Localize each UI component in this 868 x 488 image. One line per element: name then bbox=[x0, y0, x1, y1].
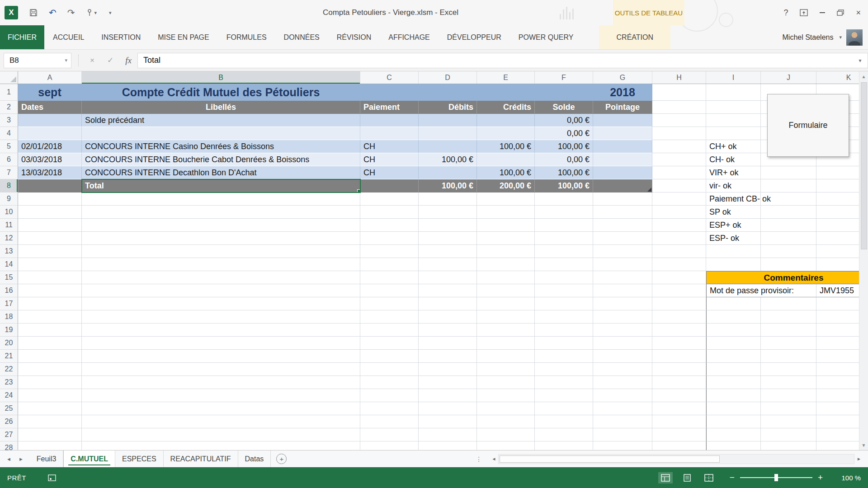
cell-G2[interactable]: Pointage bbox=[593, 101, 652, 114]
cell-G24[interactable] bbox=[593, 389, 652, 402]
cell-J17[interactable] bbox=[761, 297, 816, 310]
formula-input[interactable]: Total bbox=[137, 53, 853, 68]
cell-D7[interactable] bbox=[419, 166, 477, 179]
cell-A3[interactable] bbox=[18, 114, 82, 127]
macro-record-icon[interactable] bbox=[48, 474, 56, 481]
cell-G4[interactable] bbox=[593, 127, 652, 140]
zoom-level[interactable]: 100 % bbox=[838, 474, 861, 482]
cell-E8[interactable]: 200,00 € bbox=[477, 179, 535, 192]
cell-A12[interactable] bbox=[18, 232, 82, 245]
cell-F24[interactable] bbox=[535, 389, 593, 402]
expand-formula-bar-icon[interactable]: ▾ bbox=[853, 53, 868, 68]
cell-I11[interactable]: ESP+ ok bbox=[706, 219, 761, 232]
cell-F28[interactable] bbox=[535, 441, 593, 450]
row-header-9[interactable]: 9 bbox=[0, 192, 18, 206]
cell-C26[interactable] bbox=[360, 415, 419, 428]
page-layout-view-icon[interactable] bbox=[680, 472, 694, 483]
cell-F2[interactable]: Solde bbox=[535, 101, 593, 114]
column-header-K[interactable]: K bbox=[816, 71, 859, 84]
cell-G12[interactable] bbox=[593, 232, 652, 245]
cell-E10[interactable] bbox=[477, 206, 535, 219]
cell-G13[interactable] bbox=[593, 245, 652, 258]
cell-E17[interactable] bbox=[477, 297, 535, 310]
cell-B14[interactable] bbox=[82, 258, 360, 271]
row-header-1[interactable]: 1 bbox=[0, 84, 18, 101]
cell-A15[interactable] bbox=[18, 271, 82, 284]
ribbon-tab-affichage[interactable]: AFFICHAGE bbox=[380, 25, 439, 49]
cell-J7[interactable] bbox=[761, 166, 816, 179]
cell-B10[interactable] bbox=[82, 206, 360, 219]
page-break-view-icon[interactable] bbox=[702, 472, 716, 483]
cell-C15[interactable] bbox=[360, 271, 419, 284]
ribbon-tab-accueil[interactable]: ACCUEIL bbox=[44, 25, 93, 49]
cell-J13[interactable] bbox=[761, 245, 816, 258]
cell-D3[interactable] bbox=[419, 114, 477, 127]
cell-G18[interactable] bbox=[593, 310, 652, 324]
cell-C27[interactable] bbox=[360, 428, 419, 441]
insert-function-icon[interactable]: fx bbox=[119, 53, 137, 68]
cell-C23[interactable] bbox=[360, 376, 419, 389]
cell-A26[interactable] bbox=[18, 415, 82, 428]
zoom-slider-thumb[interactable] bbox=[774, 474, 778, 481]
cell-B4[interactable] bbox=[82, 127, 360, 140]
row-header-27[interactable]: 27 bbox=[0, 428, 18, 441]
cell-K8[interactable] bbox=[816, 179, 859, 192]
cell-I3[interactable] bbox=[706, 114, 761, 127]
table-tools-label[interactable]: OUTILS DE TABLEAU bbox=[613, 0, 684, 25]
cell-C5[interactable]: CH bbox=[360, 140, 419, 153]
cell-H12[interactable] bbox=[652, 232, 706, 245]
cell-K24[interactable] bbox=[816, 389, 859, 402]
scroll-up-icon[interactable]: ▲ bbox=[859, 71, 868, 81]
maximize-icon[interactable] bbox=[837, 9, 844, 16]
save-icon[interactable] bbox=[29, 8, 38, 17]
select-all-corner[interactable] bbox=[0, 71, 18, 84]
row-header-3[interactable]: 3 bbox=[0, 114, 18, 127]
cell-J11[interactable] bbox=[761, 219, 816, 232]
row-header-15[interactable]: 15 bbox=[0, 271, 18, 284]
row-header-19[interactable]: 19 bbox=[0, 324, 18, 337]
cell-G19[interactable] bbox=[593, 324, 652, 337]
minimize-icon[interactable] bbox=[820, 12, 825, 13]
cell-G8[interactable] bbox=[593, 179, 652, 192]
cell-A19[interactable] bbox=[18, 324, 82, 337]
cell-A18[interactable] bbox=[18, 310, 82, 324]
cell-F9[interactable] bbox=[535, 192, 593, 206]
cell-C13[interactable] bbox=[360, 245, 419, 258]
cell-D15[interactable] bbox=[419, 271, 477, 284]
new-sheet-icon[interactable]: + bbox=[276, 454, 287, 464]
cell-I4[interactable] bbox=[706, 127, 761, 140]
cell-J8[interactable] bbox=[761, 179, 816, 192]
cell-D9[interactable] bbox=[419, 192, 477, 206]
cell-B26[interactable] bbox=[82, 415, 360, 428]
cell-B11[interactable] bbox=[82, 219, 360, 232]
cell-G17[interactable] bbox=[593, 297, 652, 310]
cell-G20[interactable] bbox=[593, 337, 652, 350]
cell-F12[interactable] bbox=[535, 232, 593, 245]
cell-K14[interactable] bbox=[816, 258, 859, 271]
scroll-down-icon[interactable]: ▼ bbox=[859, 440, 868, 450]
cell-C25[interactable] bbox=[360, 402, 419, 415]
cell-E7[interactable]: 100,00 € bbox=[477, 166, 535, 179]
cell-G25[interactable] bbox=[593, 402, 652, 415]
cell-H2[interactable] bbox=[652, 101, 706, 114]
row-header-8[interactable]: 8 bbox=[0, 179, 18, 192]
prev-sheet-icon[interactable]: ◄ bbox=[6, 456, 11, 462]
cell-A27[interactable] bbox=[18, 428, 82, 441]
cell-G15[interactable] bbox=[593, 271, 652, 284]
cell-G23[interactable] bbox=[593, 376, 652, 389]
sheet-tab-feuil3[interactable]: Feuil3 bbox=[30, 450, 64, 467]
help-icon[interactable]: ? bbox=[783, 8, 788, 18]
cell-J21[interactable] bbox=[761, 350, 816, 363]
cell-F11[interactable] bbox=[535, 219, 593, 232]
cell-D12[interactable] bbox=[419, 232, 477, 245]
cell-I2[interactable] bbox=[706, 101, 761, 114]
cell-C10[interactable] bbox=[360, 206, 419, 219]
cell-C21[interactable] bbox=[360, 350, 419, 363]
cell-I28[interactable] bbox=[706, 441, 761, 450]
cell-B3[interactable]: Solde précédant bbox=[82, 114, 360, 127]
cell-A10[interactable] bbox=[18, 206, 82, 219]
cell-F25[interactable] bbox=[535, 402, 593, 415]
cell-D5[interactable] bbox=[419, 140, 477, 153]
cell-A7[interactable]: 13/03/2018 bbox=[18, 166, 82, 179]
cell-F3[interactable]: 0,00 € bbox=[535, 114, 593, 127]
